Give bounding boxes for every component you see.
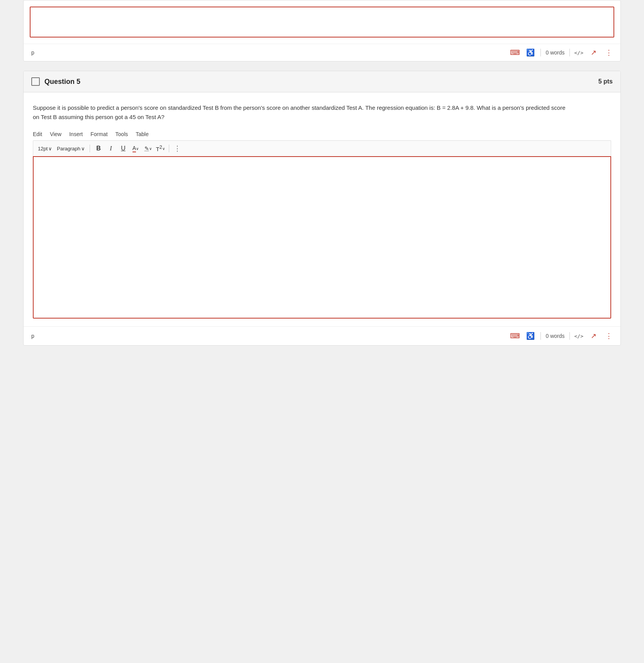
prev-answer-editor-area[interactable] xyxy=(30,7,614,37)
question5-body: Suppose it is possible to predict a pers… xyxy=(24,92,620,326)
question5-flag-icon[interactable] xyxy=(31,77,40,86)
paragraph-select[interactable]: Paragraph ∨ xyxy=(55,145,87,152)
highlight-color-button[interactable]: ✎ ∨ xyxy=(143,143,153,154)
accessibility-icon[interactable]: ♿ xyxy=(525,331,536,341)
toolbar-divider1 xyxy=(90,145,90,152)
prev-code-toggle[interactable]: </> xyxy=(574,50,583,56)
text-color-button[interactable]: A ∨ xyxy=(130,143,141,154)
underline-button[interactable]: U xyxy=(118,143,129,154)
superscript-button[interactable]: T2 ∨ xyxy=(155,143,166,154)
question5-header: Question 5 5 pts xyxy=(24,71,620,92)
superscript-chevron: ∨ xyxy=(162,147,165,151)
editor-menu-bar: Edit View Insert Format Tools Table xyxy=(33,131,611,137)
menu-view[interactable]: View xyxy=(50,131,61,137)
font-size-select[interactable]: 12pt ∨ xyxy=(36,145,54,152)
menu-edit[interactable]: Edit xyxy=(33,131,42,137)
expand-icon[interactable]: ↗ xyxy=(588,331,599,341)
menu-table[interactable]: Table xyxy=(136,131,148,137)
prev-more-icon[interactable]: ⋮ xyxy=(603,47,614,58)
question5-text-part1: Suppose it is possible to predict a pers… xyxy=(33,104,566,111)
menu-format[interactable]: Format xyxy=(90,131,107,137)
prev-expand-icon[interactable]: ↗ xyxy=(588,47,599,58)
question5-pts: 5 pts xyxy=(598,78,613,85)
font-size-chevron: ∨ xyxy=(48,146,52,152)
highlight-label: ✎ xyxy=(144,145,149,152)
prev-keyboard-icon[interactable]: ⌨ xyxy=(510,47,520,58)
paragraph-value: Paragraph xyxy=(57,146,80,152)
prev-question-card: p ⌨ ♿ 0 words </> ↗ ⋮ xyxy=(23,0,621,61)
bold-button[interactable]: B xyxy=(93,143,104,154)
footer-divider2 xyxy=(569,332,570,340)
question5-card: Question 5 5 pts Suppose it is possible … xyxy=(23,71,621,346)
question5-title: Question 5 xyxy=(44,78,80,86)
word-count: 0 words xyxy=(545,333,564,339)
text-color-label: A xyxy=(133,145,136,152)
text-color-chevron: ∨ xyxy=(136,147,139,151)
toolbar-more-button[interactable]: ⋮ xyxy=(172,144,182,153)
highlight-chevron: ∨ xyxy=(149,147,152,151)
prev-footer-p-label: p xyxy=(30,49,505,56)
keyboard-icon[interactable]: ⌨ xyxy=(510,331,520,341)
prev-footer-divider2 xyxy=(569,49,570,56)
question5-text: Suppose it is possible to predict a pers… xyxy=(33,103,611,122)
editor-toolbar: 12pt ∨ Paragraph ∨ B I U A ∨ ✎ ∨ xyxy=(33,140,611,156)
prev-editor-footer: p ⌨ ♿ 0 words </> ↗ ⋮ xyxy=(24,44,620,61)
font-size-value: 12pt xyxy=(38,146,48,152)
paragraph-chevron: ∨ xyxy=(81,146,85,152)
superscript-label: T2 xyxy=(156,145,162,152)
toolbar-divider2 xyxy=(169,145,169,152)
question5-text-part2: on Test B assuming this person got a 45 … xyxy=(33,114,165,120)
footer-divider1 xyxy=(540,332,541,340)
prev-word-count: 0 words xyxy=(545,49,564,56)
prev-footer-divider1 xyxy=(540,49,541,56)
question5-title-group: Question 5 xyxy=(31,77,598,86)
more-icon[interactable]: ⋮ xyxy=(603,331,614,341)
menu-tools[interactable]: Tools xyxy=(116,131,128,137)
prev-accessibility-icon[interactable]: ♿ xyxy=(525,47,536,58)
question5-footer: p ⌨ ♿ 0 words </> ↗ ⋮ xyxy=(24,326,620,345)
menu-insert[interactable]: Insert xyxy=(69,131,83,137)
code-toggle[interactable]: </> xyxy=(574,333,583,339)
answer-editor-area[interactable] xyxy=(33,156,611,319)
italic-button[interactable]: I xyxy=(105,143,116,154)
footer-p-label: p xyxy=(30,333,505,339)
